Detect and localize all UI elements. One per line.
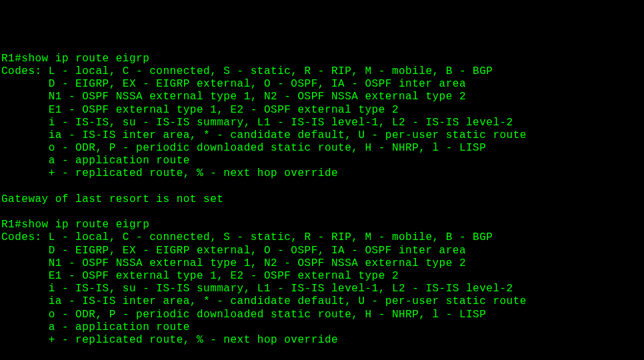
- command-1: show ip route eigrp: [21, 53, 149, 65]
- codes-line4-1: E1 - OSPF external type 1, E2 - OSPF ext…: [1, 104, 399, 116]
- codes-line5-1: i - IS-IS, su - IS-IS summary, L1 - IS-I…: [1, 117, 513, 129]
- gateway-1: Gateway of last resort is not set: [1, 193, 223, 205]
- codes-line3-2: N1 - OSPF NSSA external type 1, N2 - OSP…: [1, 257, 466, 269]
- codes-line2-2: D - EIGRP, EX - EIGRP external, O - OSPF…: [1, 245, 466, 257]
- terminal-output[interactable]: R1#show ip route eigrp Codes: L - local,…: [1, 53, 643, 360]
- codes-line7-2: o - ODR, P - periodic downloaded static …: [1, 309, 486, 321]
- codes-line2-1: D - EIGRP, EX - EIGRP external, O - OSPF…: [1, 78, 466, 90]
- codes-line7-1: o - ODR, P - periodic downloaded static …: [1, 142, 486, 154]
- prompt-1: R1#: [1, 53, 21, 65]
- codes-line8-2: a - application route: [1, 321, 190, 333]
- codes-header-1: Codes: L - local, C - connected, S - sta…: [1, 65, 493, 77]
- codes-line9-2: + - replicated route, % - next hop overr…: [1, 334, 338, 346]
- codes-line9-1: + - replicated route, % - next hop overr…: [1, 167, 338, 179]
- codes-line3-1: N1 - OSPF NSSA external type 1, N2 - OSP…: [1, 91, 466, 103]
- codes-header-2: Codes: L - local, C - connected, S - sta…: [1, 231, 493, 243]
- codes-line6-2: ia - IS-IS inter area, * - candidate def…: [1, 295, 527, 307]
- command-2: show ip route eigrp: [21, 219, 149, 231]
- codes-line8-1: a - application route: [1, 155, 190, 167]
- prompt-2: R1#: [1, 219, 21, 231]
- codes-line5-2: i - IS-IS, su - IS-IS summary, L1 - IS-I…: [1, 283, 513, 295]
- codes-line6-1: ia - IS-IS inter area, * - candidate def…: [1, 129, 527, 141]
- codes-line4-2: E1 - OSPF external type 1, E2 - OSPF ext…: [1, 270, 399, 282]
